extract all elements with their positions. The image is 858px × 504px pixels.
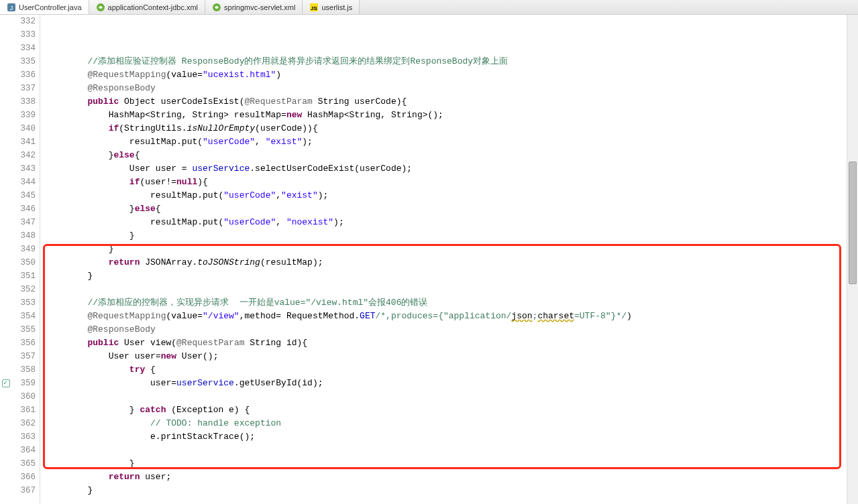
line-number: 357 — [12, 350, 36, 363]
marker-slot — [0, 390, 12, 403]
tab-userlist[interactable]: JS userlist.js — [303, 0, 360, 14]
tab-label: applicationContext-jdbc.xml — [108, 3, 199, 11]
line-number: 361 — [12, 403, 36, 417]
code-line[interactable]: resultMap.put("userCode", "exist"); — [46, 135, 847, 149]
tab-bar-blank — [360, 0, 858, 14]
scrollbar-thumb[interactable] — [849, 162, 857, 284]
line-number: 358 — [12, 363, 36, 377]
line-number: 367 — [12, 484, 36, 497]
marker-slot — [0, 457, 12, 470]
code-line[interactable]: if(user!=null){ — [46, 176, 847, 189]
code-line[interactable]: @ResponseBody — [46, 82, 847, 95]
code-line[interactable] — [46, 283, 847, 296]
code-line[interactable]: return user; — [46, 470, 847, 484]
spring-file-icon — [212, 3, 221, 12]
line-number: 348 — [12, 229, 36, 243]
marker-slot — [0, 176, 12, 189]
tab-usercontroller[interactable]: J UserController.java — [0, 0, 89, 14]
marker-slot — [0, 269, 12, 283]
line-number: 362 — [12, 417, 36, 430]
tab-springmvc[interactable]: springmvc-servlet.xml — [205, 0, 303, 14]
line-number: 359 — [12, 377, 36, 390]
code-line[interactable]: //添加相应的控制器，实现异步请求 一开始是value="/view.html"… — [46, 296, 847, 310]
tab-label: UserController.java — [19, 3, 82, 11]
code-line[interactable]: } — [46, 457, 847, 470]
marker-slot — [0, 256, 12, 269]
code-line[interactable]: } — [46, 243, 847, 256]
marker-slot — [0, 377, 12, 390]
tab-appcontext[interactable]: applicationContext-jdbc.xml — [89, 0, 206, 14]
marker-slot — [0, 135, 12, 149]
marker-slot — [0, 336, 12, 350]
code-line[interactable]: return JSONArray.toJSONString(resultMap)… — [46, 256, 847, 269]
marker-slot — [0, 68, 12, 82]
code-line[interactable]: @ResponseBody — [46, 323, 847, 336]
code-line[interactable]: } — [46, 484, 847, 497]
marker-slot — [0, 28, 12, 42]
line-number: 339 — [12, 109, 36, 122]
code-line[interactable]: //添加相应验证控制器 ResponseBody的作用就是将异步请求返回来的结果… — [46, 55, 847, 68]
code-line[interactable]: public Object userCodeIsExist(@RequestPa… — [46, 95, 847, 109]
marker-slot — [0, 417, 12, 430]
marker-slot — [0, 229, 12, 243]
line-number: 342 — [12, 149, 36, 162]
code-line[interactable] — [46, 497, 847, 504]
line-number: 354 — [12, 310, 36, 323]
line-number: 350 — [12, 256, 36, 269]
marker-slot — [0, 15, 12, 28]
line-number: 336 — [12, 68, 36, 82]
marker-slot — [0, 149, 12, 162]
svg-text:J: J — [10, 5, 13, 11]
code-line[interactable]: User user = userService.selectUserCodeEx… — [46, 162, 847, 176]
line-number: 335 — [12, 55, 36, 68]
marker-slot — [0, 283, 12, 296]
code-line[interactable]: public User view(@RequestParam String id… — [46, 336, 847, 350]
line-number: 338 — [12, 95, 36, 109]
code-line[interactable]: resultMap.put("userCode","exist"); — [46, 189, 847, 202]
code-line[interactable]: try { — [46, 363, 847, 377]
line-number: 341 — [12, 135, 36, 149]
code-line[interactable]: User user=new User(); — [46, 350, 847, 363]
marker-slot — [0, 162, 12, 176]
tab-bar: J UserController.java applicationContext… — [0, 0, 858, 15]
line-number: 351 — [12, 269, 36, 283]
line-number: 337 — [12, 82, 36, 95]
code-line[interactable]: } — [46, 229, 847, 243]
marker-slot — [0, 296, 12, 310]
marker-slot — [0, 109, 12, 122]
code-line[interactable]: HashMap<String, String> resultMap=new Ha… — [46, 109, 847, 122]
line-number: 346 — [12, 202, 36, 216]
code-line[interactable]: if(StringUtils.isNullOrEmpty(userCode)){ — [46, 122, 847, 135]
editor: 3323333343353363373383393403413423433443… — [0, 15, 858, 504]
marker-slot — [0, 323, 12, 336]
code-area[interactable]: //添加相应验证控制器 ResponseBody的作用就是将异步请求返回来的结果… — [40, 15, 847, 504]
line-number: 353 — [12, 296, 36, 310]
code-line[interactable]: } catch (Exception e) { — [46, 403, 847, 417]
tab-label: springmvc-servlet.xml — [224, 3, 295, 11]
code-line[interactable]: }else{ — [46, 202, 847, 216]
line-number: 344 — [12, 176, 36, 189]
line-number: 352 — [12, 283, 36, 296]
code-line[interactable]: @RequestMapping(value="ucexist.html") — [46, 68, 847, 82]
spring-file-icon — [96, 3, 105, 12]
line-number-gutter: 3323333343353363373383393403413423433443… — [12, 15, 40, 504]
code-line[interactable]: }else{ — [46, 149, 847, 162]
code-line[interactable] — [46, 390, 847, 403]
line-number: 364 — [12, 444, 36, 457]
line-number: 332 — [12, 15, 36, 28]
code-line[interactable]: // TODO: handle exception — [46, 417, 847, 430]
code-line[interactable]: @RequestMapping(value="/view",method= Re… — [46, 310, 847, 323]
line-number: 347 — [12, 216, 36, 229]
code-line[interactable] — [46, 444, 847, 457]
code-line[interactable]: user=userService.getUserById(id); — [46, 377, 847, 390]
marker-slot — [0, 310, 12, 323]
code-line[interactable]: resultMap.put("userCode", "noexist"); — [46, 216, 847, 229]
vertical-scrollbar[interactable] — [847, 15, 858, 504]
code-line[interactable]: e.printStackTrace(); — [46, 430, 847, 444]
line-number: 356 — [12, 336, 36, 350]
code-line[interactable]: } — [46, 269, 847, 283]
marker-slot — [0, 363, 12, 377]
js-file-icon: JS — [309, 3, 319, 12]
java-file-icon: J — [7, 3, 16, 12]
line-number: 365 — [12, 457, 36, 470]
